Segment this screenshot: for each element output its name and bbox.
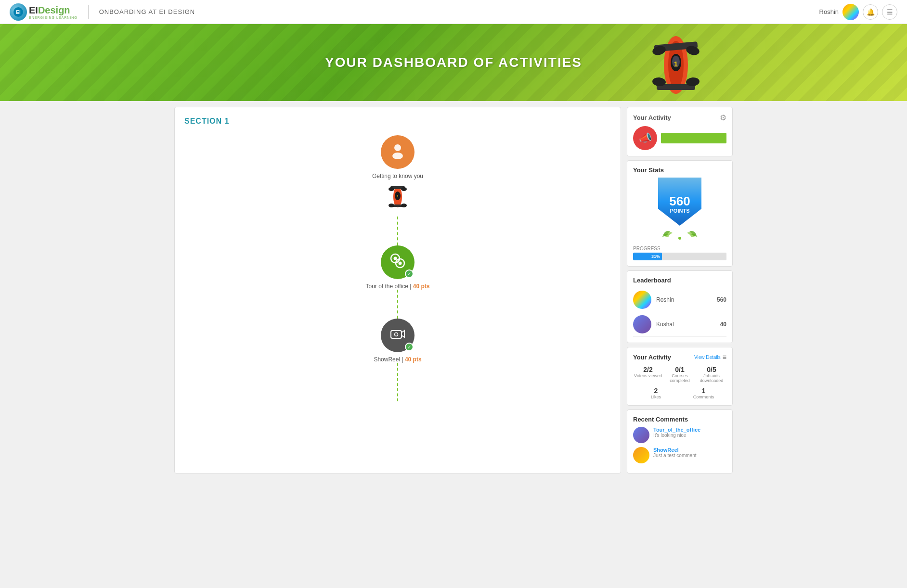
header-title: ONBOARDING AT EI DESIGN [99,8,195,15]
ya-comments-num: 1 [681,387,726,395]
progress-bar-fill: 31% [633,253,662,260]
svg-point-21 [401,204,407,207]
progress-label: PROGRESS [633,246,726,251]
svg-text:EI: EI [16,10,21,15]
svg-point-19 [401,187,407,191]
laurel-svg [661,226,699,240]
logo-ei: EI [29,5,38,15]
right-panel: Your Activity ⚙ 📣 Your Stats 560 POINTS [627,107,733,473]
lb-avatar-kushal [633,315,651,333]
header-right: Roshin 🔔 ☰ [819,4,897,20]
racing-car-timeline: 1 [386,181,410,215]
lb-score-roshin: 560 [717,296,726,303]
section-title: SECTION 1 [184,117,611,126]
activity-card-top: Your Activity ⚙ 📣 [627,107,733,156]
timeline-item-2: ✓ Tour of the office | 40 pts [366,245,430,290]
points-number: 560 [669,194,690,208]
ya-stat-likes: 2 Likes [633,387,679,399]
svg-point-27 [398,261,402,265]
main-content: SECTION 1 Getting to know you [165,101,742,479]
svg-text:1: 1 [674,60,678,68]
avatar[interactable] [842,4,859,20]
header-username: Roshin [819,8,839,15]
stats-title: Your Stats [633,166,726,174]
timeline-connector-2 [397,290,398,319]
rc-link-1[interactable]: Tour_of_the_office [653,427,700,433]
ya-courses-num: 0/1 [665,366,695,373]
svg-point-13 [394,144,401,151]
logo-image: EI [10,3,27,21]
gear-icon[interactable]: ⚙ [720,113,726,122]
menu-icon: ☰ [887,8,893,16]
rc-content-1: Tour_of_the_office It's looking nice [653,427,700,438]
svg-point-20 [389,204,394,207]
ya-jobs-num: 0/5 [697,366,726,373]
logo-text: EIDesign ENERGISING LEARNING [29,5,78,19]
list-icon[interactable]: ≡ [723,353,726,361]
camera-icon [389,326,406,345]
svg-point-14 [392,153,403,159]
progress-bar-bg: 31% [633,253,726,260]
your-activity-bottom-card: Your Activity View Details ≡ 2/2 Videos … [627,347,733,406]
svg-text:1: 1 [397,194,399,198]
lb-name-roshin: Roshin [656,296,717,303]
svg-point-25 [393,256,397,260]
rc-title: Recent Comments [633,416,726,423]
svg-rect-28 [391,331,402,338]
timeline-node-3[interactable]: ✓ [381,319,415,352]
check-badge-2: ✓ [405,269,414,278]
rc-content-2: ShowReel Just a test comment [653,447,696,458]
check-badge-3: ✓ [405,343,414,351]
ya-courses-label: Courses completed [665,373,695,383]
shield-wrapper: 560 POINTS [658,178,701,242]
left-panel: SECTION 1 Getting to know you [174,107,621,473]
logo-design: Design [38,5,70,15]
bell-button[interactable]: 🔔 [863,4,878,20]
timeline-connector-1 [397,217,398,245]
rc-text-2: Just a test comment [653,453,696,458]
ya-stat-comments: 1 Comments [681,387,726,399]
progress-pct: 31% [651,254,660,259]
ya-stats-grid2: 2 Likes 1 Comments [633,387,726,399]
shield-container: 560 POINTS [633,178,726,242]
map-icon [389,252,406,273]
bell-icon: 🔔 [867,8,875,16]
ya-comments-label: Comments [681,395,726,399]
rc-link-2[interactable]: ShowReel [653,447,696,453]
header-divider [88,5,89,19]
header-left: EI EIDesign ENERGISING LEARNING ONBOARDI… [10,3,195,21]
ya-likes-label: Likes [633,395,679,399]
view-details-link[interactable]: View Details [694,355,721,360]
ya-videos-label: Videos viewed [633,373,663,378]
timeline-label-2: Tour of the office | 40 pts [366,283,430,290]
timeline-node-2[interactable]: ✓ [381,245,415,279]
hero-car-image: 1 [628,29,724,101]
rc-avatar-1 [633,427,649,443]
recent-comments-card: Recent Comments Tour_of_the_office It's … [627,409,733,473]
shield: 560 POINTS [658,178,701,226]
ya-jobs-label: Job aids downloaded [697,373,726,383]
rc-text-1: It's looking nice [653,433,700,438]
progress-section: PROGRESS 31% [633,246,726,260]
logo: EI EIDesign ENERGISING LEARNING [10,3,78,21]
timeline-node-1[interactable] [381,135,415,169]
ya-stat-videos: 2/2 Videos viewed [633,366,663,383]
ya-stat-courses: 0/1 Courses completed [665,366,695,383]
menu-button[interactable]: ☰ [882,4,897,20]
ya-header: Your Activity View Details ≡ [633,353,726,361]
svg-point-30 [395,332,398,336]
rc-avatar-2 [633,447,649,463]
timeline-item-3: ✓ ShowReel | 40 pts [374,319,421,363]
activity-green-bar [661,133,726,143]
ya-title: Your Activity [633,354,671,361]
activity-title: Your Activity [633,114,671,121]
svg-point-31 [678,237,681,240]
rc-item-1: Tour_of_the_office It's looking nice [633,427,726,443]
logo-subtitle: ENERGISING LEARNING [29,16,78,19]
leaderboard-title: Leaderboard [633,277,726,284]
megaphone-circle: 📣 [633,126,657,150]
lb-row-kushal: Kushal 40 [633,312,726,337]
timeline: Getting to know you 1 [184,135,611,401]
hero-banner: 1 YOUR DASHBOARD OF ACTIVITIES [0,24,907,101]
megaphone-icon: 📣 [639,132,652,144]
